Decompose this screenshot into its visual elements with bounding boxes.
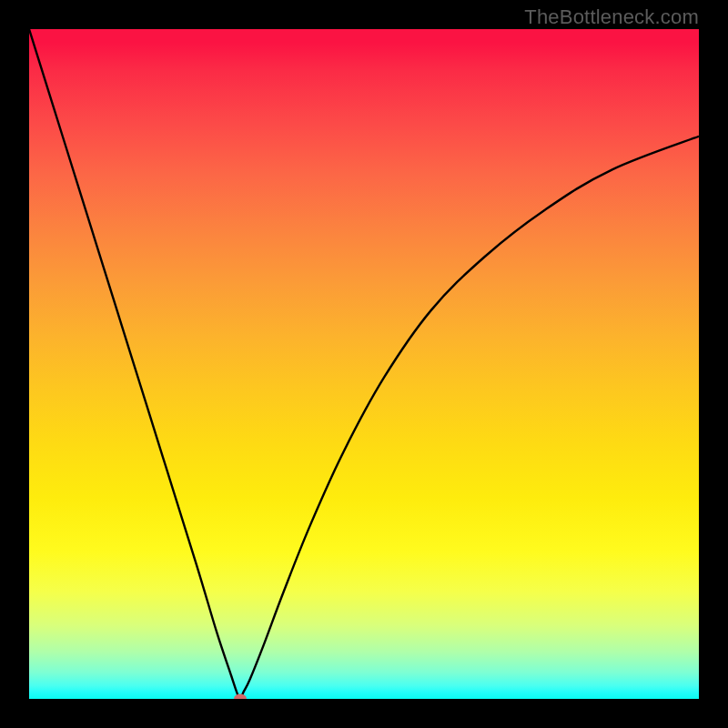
plot-area [29, 29, 699, 699]
optimal-marker [234, 694, 247, 700]
watermark-text: TheBottleneck.com [524, 5, 699, 29]
bottleneck-curve [29, 29, 699, 699]
chart-frame: TheBottleneck.com [0, 0, 728, 728]
curve-layer [29, 29, 699, 699]
